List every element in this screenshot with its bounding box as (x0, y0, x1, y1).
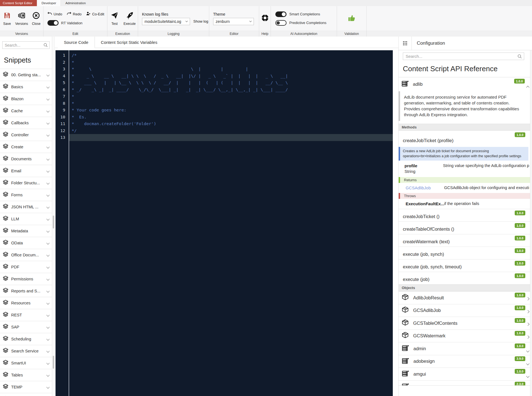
method-expanded[interactable]: 1.0.0 createJobTicket (profile) Creates … (399, 131, 532, 209)
redo-button[interactable]: Redo (67, 11, 81, 17)
snippet-category-item[interactable]: PDF (0, 261, 52, 273)
save-button[interactable]: Save (0, 11, 14, 26)
chevron-icon[interactable] (526, 335, 529, 338)
code-line[interactable]: 1 /* (56, 52, 393, 59)
code-line[interactable]: 2 * (56, 59, 393, 66)
scrollbar-thumb[interactable] (53, 216, 54, 228)
theme-select[interactable]: zenburn (213, 18, 254, 25)
object-row[interactable]: admin 1.0.0 (399, 342, 532, 355)
code-line[interactable]: 3 * \ \ | | | (56, 66, 393, 73)
object-row[interactable]: adobesign 3.9.0 (399, 355, 532, 368)
undo-button[interactable]: Undo (47, 11, 62, 17)
api-list[interactable]: adlib 1.0.0 AdLib document processing se… (399, 77, 532, 386)
grid-icon[interactable] (399, 37, 412, 50)
close-button[interactable]: Close (29, 11, 43, 26)
line-content: * (69, 59, 393, 66)
tab-administration[interactable]: Administration (61, 0, 90, 6)
snippet-category-item[interactable]: Callbacks (0, 117, 52, 129)
log-file-select[interactable]: moduleSuiteMainLog (142, 18, 190, 25)
method-row[interactable]: 1.0.0 execute (job) (399, 272, 532, 284)
snippet-category-item[interactable]: Search Service (0, 345, 52, 357)
chevron-up-icon[interactable] (526, 86, 529, 89)
return-type-link[interactable]: GCSAdlibJob (406, 185, 444, 190)
co-edit-button[interactable]: Co-Edit (86, 11, 104, 17)
snippet-category-item[interactable]: Cache (0, 105, 52, 117)
api-search-input[interactable] (403, 53, 524, 60)
snippet-category-item[interactable]: JSON HTML ... (0, 201, 52, 213)
rt-validation-toggle[interactable] (47, 20, 59, 26)
method-row[interactable]: 1.0.0 execute (job, synch) (399, 247, 532, 259)
snippet-category-item[interactable]: Reports and S... (0, 285, 52, 297)
code-line[interactable]: 5 * ___ \ | | \__ \ \ \ \ / __/ | | | ( … (56, 79, 393, 86)
tab-developer[interactable]: Developer (37, 0, 61, 6)
panel-scrollbar[interactable] (530, 50, 532, 396)
snippets-search-input[interactable] (2, 41, 50, 49)
snippet-category-item[interactable]: Resources (0, 297, 52, 309)
snippet-category-item[interactable]: SmartUI (0, 357, 52, 369)
snippet-category-item[interactable]: Forms (0, 189, 52, 201)
chevron-icon[interactable] (526, 349, 529, 352)
test-button[interactable]: Test (108, 11, 121, 26)
snippet-category-item[interactable]: Office Docum... (0, 249, 52, 261)
code-line[interactable]: 6 * _/ _\ _| _| ____/ \_/\_/ \___| _| _|… (56, 86, 393, 93)
snippet-category-item[interactable]: LLM (0, 213, 52, 225)
service-row-adlib[interactable]: adlib 1.0.0 (399, 77, 532, 91)
smart-completions-toggle[interactable] (275, 11, 287, 17)
method-row[interactable]: 1.0.0 createJobTicket () (399, 209, 532, 221)
snippet-category-item[interactable]: Controller (0, 129, 52, 141)
scrollbar-thumb[interactable] (53, 356, 54, 369)
code-line[interactable]: 13 (56, 134, 393, 141)
code-line[interactable]: 7 * (56, 93, 393, 100)
predictive-completions-toggle[interactable] (275, 20, 287, 26)
method-row[interactable]: 1.0.0 execute (job, synch, timeout) (399, 259, 532, 272)
versions-button[interactable]: Versions (15, 11, 28, 26)
object-row[interactable]: aws 2.3.0 (399, 380, 532, 386)
layers-icon (3, 239, 9, 247)
snippet-category-item[interactable]: Email (0, 165, 52, 177)
snippet-category-item[interactable]: 00. Getting sta... (0, 69, 52, 81)
show-log-button[interactable]: Show log (193, 19, 208, 23)
snippet-category-item[interactable]: UI Enhancem... (0, 393, 52, 396)
snippet-category-item[interactable]: Folder Structu... (0, 177, 52, 189)
snippet-category-item[interactable]: TEMP (0, 381, 52, 393)
chevron-icon[interactable] (526, 362, 529, 365)
service-description: AdLib document processing service for au… (399, 91, 528, 121)
snippet-category-item[interactable]: Create (0, 141, 52, 153)
code-line[interactable]: 10 * Es. (56, 114, 393, 121)
code-line[interactable]: 11 * docman.createFolder('Folder') (56, 120, 393, 127)
execute-button[interactable]: Execute (122, 11, 137, 26)
object-row[interactable]: GCSWatermark 1.0.0 (399, 330, 532, 342)
tab-source-code[interactable]: Source Code (58, 37, 95, 48)
snippet-category-item[interactable]: REST (0, 309, 52, 321)
version-badge: 2.3.0 (515, 382, 525, 386)
snippet-category-item[interactable]: SAP (0, 321, 52, 333)
snippet-category-item[interactable]: Permissions (0, 273, 52, 285)
code-editor[interactable]: 1 /* 2 * 3 * \ \ | | | (56, 50, 393, 396)
code-line[interactable]: 12 */ (56, 127, 393, 134)
code-line[interactable]: 8 * (56, 100, 393, 107)
object-row[interactable]: amgui 1.0.0 (399, 368, 532, 380)
snippet-category-item[interactable]: OData (0, 237, 52, 249)
chevron-icon[interactable] (526, 323, 529, 326)
chevron-icon[interactable] (526, 310, 529, 313)
snippet-category-item[interactable]: Basics (0, 81, 52, 93)
snippet-category-item[interactable]: Metadata (0, 225, 52, 237)
chevron-icon[interactable] (526, 374, 529, 378)
object-row[interactable]: AdlibJobResult 1.0.0 (399, 291, 532, 304)
sidebar-scrollbar[interactable] (52, 37, 55, 396)
object-row[interactable]: GCSTableOfContents 1.0.0 (399, 317, 532, 330)
chevron-icon[interactable] (526, 297, 529, 300)
life-buoy-icon[interactable] (261, 14, 269, 23)
code-line[interactable]: 9 * Your code goes here: (56, 107, 393, 114)
object-row[interactable]: GCSAdlibJob 1.0.0 (399, 304, 532, 317)
snippet-category-item[interactable]: Tables (0, 369, 52, 381)
version-badge: 1.0.0 (515, 132, 525, 137)
snippet-category-item[interactable]: Documents (0, 153, 52, 165)
snippet-category-item[interactable]: Scheduling (0, 333, 52, 345)
snippet-category-item[interactable]: Blazon (0, 93, 52, 105)
group-label-logging: Logging (138, 31, 209, 37)
tab-static-variables[interactable]: Content Script Static Variables (95, 37, 163, 48)
method-row[interactable]: 1.0.0 createTableOfContents () (399, 221, 532, 234)
code-line[interactable]: 4 * _ \ __ \ __| \ \ \ / _ \ __| |\/ | _… (56, 73, 393, 80)
method-row[interactable]: 1.0.0 createWatermark (text) (399, 234, 532, 247)
